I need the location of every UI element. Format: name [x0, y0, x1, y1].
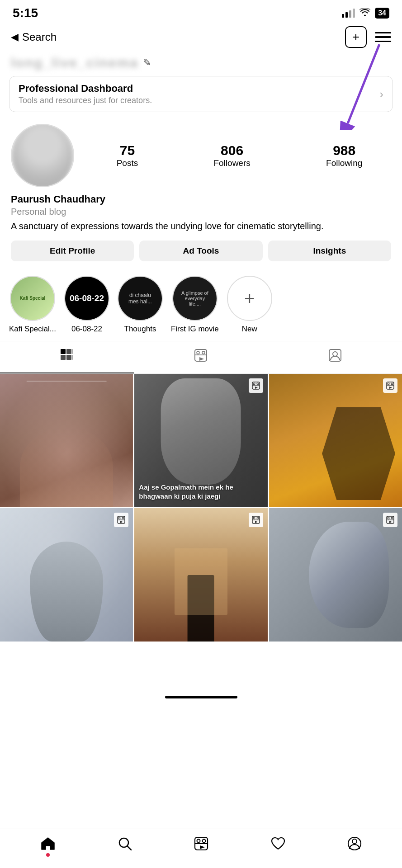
table-row[interactable] — [269, 508, 402, 641]
highlight-label-date: 06-08-22 — [71, 325, 102, 334]
svg-rect-2 — [61, 349, 66, 354]
back-arrow-icon: ◀ — [11, 31, 19, 43]
home-icon — [40, 837, 56, 854]
tab-grid[interactable] — [0, 341, 134, 373]
highlight-circle-date: 06-08-22 — [64, 276, 109, 321]
plus-icon: + — [352, 30, 359, 44]
svg-rect-3 — [66, 349, 71, 354]
svg-point-10 — [202, 351, 205, 354]
svg-point-44 — [203, 840, 206, 843]
svg-rect-4 — [61, 355, 66, 360]
tab-reels[interactable] — [134, 341, 268, 373]
followers-stat[interactable]: 806 Followers — [213, 143, 250, 168]
highlight-first-ig-movie[interactable]: A glimpse of everydaylife.... First IG m… — [171, 276, 219, 334]
wifi-icon — [359, 8, 370, 19]
svg-marker-24 — [389, 387, 392, 389]
tab-tagged[interactable] — [268, 341, 402, 373]
post-overlay-text: Aaj se Gopalmath mein ek he bhagwaan ki … — [139, 483, 263, 500]
status-time: 5:15 — [13, 6, 38, 20]
pro-dashboard-subtitle: Tools and resources just for creators. — [19, 96, 152, 105]
table-row[interactable] — [0, 374, 133, 507]
svg-marker-39 — [389, 521, 392, 523]
nav-profile[interactable] — [347, 836, 362, 854]
highlight-thoughts[interactable]: di chaalumes hai... Thoughts — [118, 276, 163, 334]
table-row[interactable] — [134, 508, 267, 641]
svg-point-37 — [391, 517, 393, 519]
table-row[interactable]: Aaj se Gopalmath mein ek he bhagwaan ki … — [134, 374, 267, 507]
highlight-date[interactable]: 06-08-22 06-08-22 — [64, 276, 109, 334]
reel-indicator-icon — [249, 513, 263, 527]
svg-rect-5 — [66, 355, 71, 360]
status-bar: 5:15 34 — [0, 0, 402, 24]
highlight-circle-kafi: Kafi Special — [10, 276, 55, 321]
svg-point-16 — [253, 383, 255, 385]
chevron-right-icon: › — [379, 87, 383, 101]
svg-point-22 — [391, 383, 393, 385]
highlight-label-thoughts: Thoughts — [124, 325, 156, 334]
svg-point-9 — [197, 351, 199, 354]
following-stat[interactable]: 988 Following — [326, 143, 362, 168]
nav-home[interactable] — [40, 837, 56, 854]
bottom-nav — [0, 829, 402, 868]
highlights-section: Kafi Special Kafi Special... 06-08-22 06… — [0, 269, 402, 341]
posts-label: Posts — [117, 158, 138, 168]
username-text: long_live_cinema — [11, 55, 138, 71]
profile-stats-row: 75 Posts 806 Followers 988 Following — [11, 124, 391, 187]
nav-reels[interactable] — [194, 836, 208, 854]
tagged-icon — [328, 349, 342, 365]
reel-indicator-icon — [383, 378, 397, 393]
ad-tools-button[interactable]: Ad Tools — [139, 241, 262, 261]
followers-label: Followers — [213, 158, 250, 168]
notification-dot — [46, 853, 50, 857]
profile-bio: A sanctuary of expressions towards the u… — [11, 220, 391, 232]
table-row[interactable] — [0, 508, 133, 641]
bio-section: Paurush Chaudhary Personal blog A sanctu… — [11, 193, 391, 232]
svg-line-41 — [127, 846, 131, 850]
highlight-label-new: New — [242, 325, 257, 334]
svg-rect-7 — [72, 355, 73, 360]
table-row[interactable] — [269, 374, 402, 507]
svg-marker-46 — [200, 845, 205, 849]
plus-new-icon: + — [244, 288, 255, 309]
svg-point-21 — [388, 383, 389, 385]
svg-point-17 — [257, 383, 259, 385]
edit-profile-button[interactable]: Edit Profile — [11, 241, 134, 261]
svg-point-31 — [253, 517, 255, 519]
reels-tab-icon — [194, 349, 208, 365]
status-icons: 34 — [342, 8, 389, 19]
profile-name: Paurush Chaudhary — [11, 193, 391, 205]
highlight-new[interactable]: + New — [227, 276, 272, 334]
header-nav: ◀ Search + — [0, 24, 402, 53]
highlight-label-kafi: Kafi Special... — [9, 325, 56, 334]
highlight-circle-new: + — [227, 276, 272, 321]
svg-point-14 — [333, 352, 337, 356]
header-actions: + — [345, 26, 391, 48]
posts-grid: Aaj se Gopalmath mein ek he bhagwaan ki … — [0, 374, 402, 642]
highlight-circle-movie: A glimpse of everydaylife.... — [172, 276, 218, 321]
hamburger-menu-button[interactable] — [375, 32, 391, 42]
svg-point-36 — [388, 517, 389, 519]
back-search-btn[interactable]: ◀ Search — [11, 31, 57, 43]
avatar[interactable] — [11, 124, 74, 187]
add-content-button[interactable]: + — [345, 26, 367, 48]
edit-username-icon[interactable]: ✎ — [143, 57, 151, 69]
stats-group: 75 Posts 806 Followers 988 Following — [88, 143, 391, 168]
pro-dashboard-text: Professional Dashboard Tools and resourc… — [19, 83, 152, 105]
svg-point-48 — [352, 839, 357, 844]
pro-dashboard-title: Professional Dashboard — [19, 83, 152, 94]
reel-indicator-icon — [249, 378, 263, 393]
nav-activity[interactable] — [271, 837, 285, 854]
search-icon — [118, 836, 132, 854]
reels-nav-icon — [194, 836, 208, 854]
highlight-kafi-special[interactable]: Kafi Special Kafi Special... — [9, 276, 56, 334]
following-count: 988 — [326, 143, 362, 158]
battery-icon: 34 — [375, 8, 389, 19]
followers-count: 806 — [213, 143, 250, 158]
posts-stat[interactable]: 75 Posts — [117, 143, 138, 168]
nav-search[interactable] — [118, 836, 132, 854]
post-tabs — [0, 341, 402, 374]
insights-button[interactable]: Insights — [268, 241, 391, 261]
reel-indicator-icon — [383, 513, 397, 527]
pro-dashboard[interactable]: Professional Dashboard Tools and resourc… — [9, 76, 393, 112]
svg-point-32 — [257, 517, 259, 519]
